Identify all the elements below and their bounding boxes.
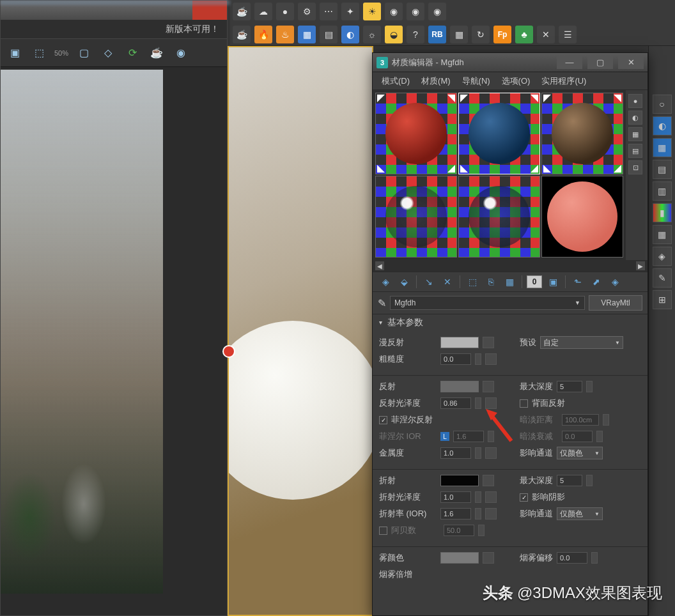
leaf-icon[interactable]: ♣ — [515, 26, 533, 43]
slot-6[interactable] — [541, 176, 623, 258]
slot-5[interactable] — [458, 176, 540, 258]
teapot-icon[interactable]: ☕ — [233, 3, 251, 20]
maxdepth-spinner[interactable]: 5 — [557, 381, 582, 392]
refresh-icon[interactable]: ↻ — [472, 26, 490, 43]
affect-shadow-check[interactable]: ✓ — [520, 493, 528, 502]
refr-maxdepth-spinner[interactable]: 5 — [557, 475, 582, 486]
menu-material[interactable]: 材质(M) — [416, 75, 456, 87]
minimize-button[interactable]: ― — [557, 56, 582, 69]
ball3-icon[interactable]: ◉ — [428, 3, 446, 20]
reset-icon[interactable]: ✕ — [440, 274, 455, 289]
cp-modify-icon[interactable]: ◐ — [653, 116, 672, 135]
maximize-button[interactable]: ▢ — [587, 56, 613, 69]
copy-icon[interactable]: ⎘ — [483, 274, 499, 289]
backside-check[interactable] — [520, 399, 528, 408]
cp-create-icon[interactable]: ○ — [653, 95, 672, 114]
save-icon[interactable]: ▣ — [6, 44, 24, 62]
ss-bg[interactable]: ◐ — [628, 111, 642, 125]
ball1-icon[interactable]: ◉ — [385, 3, 403, 20]
fresnel-check[interactable]: ✓ — [379, 416, 387, 424]
tools-icon[interactable]: ✕ — [537, 26, 555, 43]
make-icon[interactable]: ⬚ — [465, 274, 480, 289]
get-mat-icon[interactable]: ◈ — [378, 274, 393, 289]
nav-up-icon[interactable]: ⬑ — [570, 274, 586, 289]
reflect-map[interactable] — [483, 381, 494, 392]
help-icon[interactable]: ? — [407, 26, 424, 43]
slot-scrollbar[interactable]: ◀▶ — [373, 260, 648, 272]
refract-swatch[interactable] — [440, 475, 479, 486]
frame-icon[interactable]: ▢ — [75, 44, 93, 62]
menu-options[interactable]: 选项(O) — [497, 75, 536, 87]
refr-gloss-spinner[interactable]: 1.0 — [440, 491, 471, 503]
lock-ior-button[interactable]: L — [440, 432, 449, 441]
cp-motion-icon[interactable]: ▤ — [653, 160, 672, 179]
light-icon[interactable]: ☼ — [363, 26, 381, 43]
metal-map[interactable] — [485, 447, 497, 459]
dots-icon[interactable]: ⋯ — [320, 3, 338, 20]
flame-icon[interactable]: ♨ — [276, 26, 294, 43]
ss-opt[interactable]: ⊡ — [628, 160, 642, 174]
slot-3[interactable] — [541, 93, 623, 174]
close-button[interactable]: ✕ — [618, 56, 644, 69]
pick-icon[interactable]: ✎ — [378, 297, 386, 309]
ss-light[interactable]: ▦ — [628, 127, 642, 141]
sunset-icon[interactable]: ◒ — [385, 26, 403, 43]
rough-spinner[interactable]: 0.0 — [440, 353, 471, 365]
render-output[interactable] — [1, 70, 163, 594]
cp-display-icon[interactable]: ▥ — [653, 181, 672, 201]
rough-map[interactable] — [485, 353, 497, 365]
ior-map[interactable] — [485, 508, 497, 520]
ball2-icon[interactable]: ◉ — [407, 3, 424, 20]
assign-icon[interactable]: ↘ — [421, 274, 437, 289]
affect-dropdown[interactable]: 仅颜色▼ — [557, 447, 603, 459]
rollout-basic-header[interactable]: ▾基本参数 — [373, 314, 648, 330]
camera-icon[interactable]: ◉ — [172, 44, 190, 62]
refract-map[interactable] — [483, 475, 494, 486]
layers-icon[interactable]: ▤ — [320, 26, 338, 43]
fp-button[interactable]: Fp — [493, 26, 511, 43]
material-type-button[interactable]: VRayMtl — [589, 295, 642, 311]
fogbias-spinner[interactable]: 0.0 — [557, 552, 587, 564]
nav-fwd-icon[interactable]: ⬈ — [589, 274, 604, 289]
ior-spinner[interactable]: 1.6 — [440, 508, 471, 520]
doc-icon[interactable]: ▦ — [298, 26, 316, 43]
sun-icon[interactable]: ☀ — [363, 3, 381, 20]
rb-button[interactable]: RB — [428, 26, 446, 43]
sparkle-icon[interactable]: ✦ — [341, 3, 359, 20]
preset-dropdown[interactable]: 自定▼ — [540, 336, 623, 349]
cup-icon[interactable]: ☕ — [233, 26, 251, 43]
show-map-icon[interactable]: ▣ — [545, 274, 561, 289]
sphere-icon[interactable]: ● — [276, 3, 294, 20]
diffuse-swatch[interactable] — [440, 337, 479, 348]
reflect-swatch[interactable] — [440, 381, 479, 392]
cp-ico9[interactable]: ✎ — [653, 268, 672, 288]
settings-icon[interactable]: ⚙ — [298, 3, 316, 20]
slot-2[interactable] — [458, 93, 540, 174]
nav-sib-icon[interactable]: ◈ — [607, 274, 623, 289]
menu-nav[interactable]: 导航(N) — [457, 75, 495, 87]
material-name-input[interactable]: Mgfdh▼ — [390, 296, 585, 310]
select-icon[interactable]: ⬚ — [30, 44, 48, 62]
fire-icon[interactable]: 🔥 — [254, 26, 272, 43]
material-titlebar[interactable]: 3 材质编辑器 - Mgfdh ― ▢ ✕ — [373, 53, 648, 72]
resize-handle[interactable] — [222, 345, 235, 358]
refl-gloss-map[interactable] — [485, 397, 497, 409]
teapot2-icon[interactable]: ☕ — [148, 44, 166, 62]
grid-icon[interactable]: ▦ — [450, 26, 468, 43]
diffuse-map[interactable] — [483, 337, 494, 348]
cp-util-icon[interactable]: ▮ — [653, 203, 672, 222]
cp-ico8[interactable]: ◈ — [653, 247, 672, 266]
viewport[interactable] — [228, 46, 373, 616]
put-mat-icon[interactable]: ⬙ — [396, 274, 412, 289]
list-icon[interactable]: ☰ — [559, 26, 577, 43]
cp-ico10[interactable]: ⊞ — [653, 290, 672, 309]
fog-swatch[interactable] — [440, 552, 479, 564]
slot-4[interactable] — [375, 176, 457, 258]
menu-mode[interactable]: 模式(D) — [376, 75, 415, 87]
reload-icon[interactable]: ⟳ — [123, 44, 141, 62]
region-icon[interactable]: ◇ — [99, 44, 117, 62]
zero-box[interactable]: 0 — [527, 275, 542, 288]
ss-sample[interactable]: ● — [628, 94, 642, 108]
cloud-icon[interactable]: ☁ — [254, 3, 272, 20]
cp-hierarchy-icon[interactable]: ▦ — [653, 138, 672, 157]
